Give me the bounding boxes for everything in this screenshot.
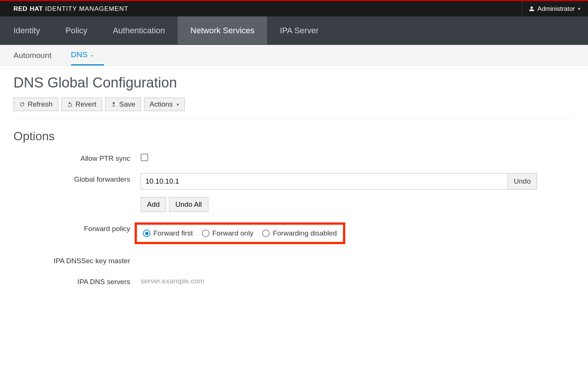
label-allow-ptr-sync: Allow PTR sync (13, 152, 141, 163)
input-global-forwarders[interactable] (141, 173, 508, 190)
label-dns-servers: IPA DNS servers (13, 276, 141, 286)
radio-label: Forwarding disabled (273, 229, 337, 237)
label-global-forwarders: Global forwarders (13, 173, 141, 184)
nav-ipa-server[interactable]: IPA Server (267, 16, 331, 44)
radio-icon (143, 230, 150, 237)
revert-button[interactable]: Revert (61, 98, 102, 111)
radio-icon (262, 230, 270, 237)
radio-forwarding-disabled[interactable]: Forwarding disabled (262, 229, 337, 237)
nav-network-services[interactable]: Network Services (178, 16, 267, 44)
undo-button[interactable]: Undo (508, 173, 537, 190)
forward-policy-highlight: Forward first Forward only Forwarding di… (135, 222, 345, 244)
value-dns-servers: server.example.com (141, 276, 204, 285)
radio-icon (202, 230, 209, 237)
radio-label: Forward only (212, 229, 254, 237)
undo-all-button[interactable]: Undo All (169, 197, 208, 212)
nav-label: Policy (65, 26, 88, 36)
nav-identity[interactable]: Identity (0, 16, 53, 44)
subnav-label: Automount (13, 51, 52, 60)
nav-policy[interactable]: Policy (53, 16, 100, 44)
label-dnssec-key-master: IPA DNSSec key master (13, 255, 141, 265)
row-dnssec-key-master: IPA DNSSec key master (13, 255, 575, 265)
brand-hat: HAT (30, 5, 43, 13)
button-label: Actions (150, 100, 173, 108)
chevron-down-icon: ▾ (177, 102, 179, 107)
brand-logo: RED HAT IDENTITY MANAGEMENT (13, 5, 128, 13)
user-label: Administrator (538, 5, 575, 13)
subnav-label: DNS (71, 50, 88, 59)
nav-label: IPA Server (280, 26, 319, 36)
label-forward-policy: Forward policy (13, 222, 141, 233)
nav-authentication[interactable]: Authentication (100, 16, 178, 44)
upload-icon (111, 101, 117, 107)
tab-dns[interactable]: DNS ⌄ (71, 45, 104, 65)
button-label: Revert (76, 100, 97, 108)
row-forward-policy: Forward policy Forward first Forward onl… (13, 222, 575, 244)
row-dns-servers: IPA DNS servers server.example.com (13, 276, 575, 286)
row-global-forwarders: Global forwarders Undo Add Undo All (13, 173, 575, 212)
refresh-button[interactable]: Refresh (13, 98, 58, 111)
topbar: RED HAT IDENTITY MANAGEMENT Administrato… (0, 0, 588, 16)
user-menu[interactable]: Administrator ▾ (522, 1, 581, 16)
actions-dropdown[interactable]: Actions ▾ (144, 98, 185, 111)
tab-automount[interactable]: Automount (13, 45, 61, 65)
page-title: DNS Global Configuration (13, 75, 575, 91)
section-title: Options (13, 129, 575, 143)
add-button[interactable]: Add (141, 197, 166, 212)
main-nav: Identity Policy Authentication Network S… (0, 16, 588, 45)
button-label: Refresh (28, 100, 53, 108)
radio-label: Forward first (153, 229, 193, 237)
nav-label: Network Services (190, 26, 254, 36)
content: DNS Global Configuration Refresh Revert … (0, 66, 588, 295)
nav-label: Authentication (113, 26, 165, 36)
revert-icon (67, 101, 73, 107)
chevron-down-icon: ⌄ (90, 52, 94, 58)
brand-rest: IDENTITY MANAGEMENT (45, 5, 129, 13)
brand-red: RED (13, 5, 27, 13)
refresh-icon (19, 101, 25, 107)
radio-forward-first[interactable]: Forward first (143, 229, 193, 237)
button-label: Save (119, 100, 135, 108)
chevron-down-icon: ▾ (578, 6, 581, 12)
user-icon (529, 6, 535, 12)
radio-forward-only[interactable]: Forward only (202, 229, 254, 237)
sub-nav: Automount DNS ⌄ (0, 45, 588, 66)
save-button[interactable]: Save (105, 98, 141, 111)
nav-label: Identity (13, 26, 40, 36)
row-allow-ptr-sync: Allow PTR sync (13, 152, 575, 163)
checkbox-allow-ptr-sync[interactable] (141, 154, 148, 161)
toolbar: Refresh Revert Save Actions ▾ (13, 98, 575, 118)
